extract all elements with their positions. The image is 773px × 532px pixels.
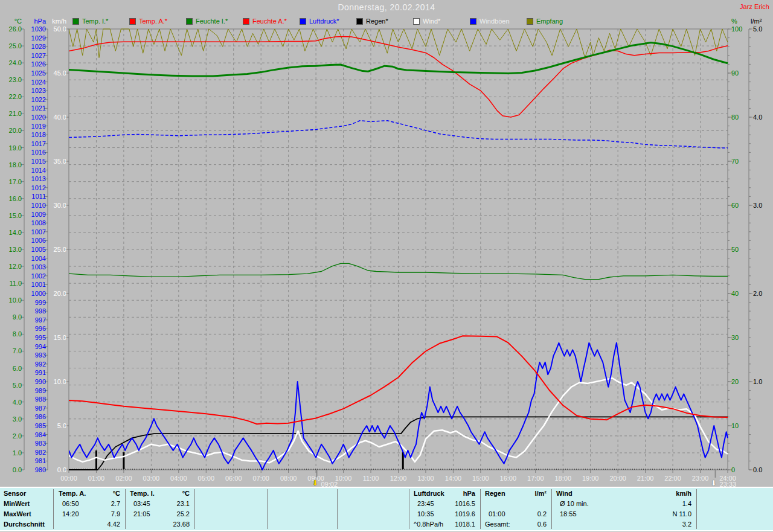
time-tick-label: 19:00	[577, 475, 604, 482]
hpa-tick-label: 1029	[26, 34, 46, 42]
time-tick-label: 12:00	[385, 475, 412, 482]
hpa-tick-label: 994	[26, 343, 46, 350]
kmh-tick-label: 15.0	[45, 334, 66, 341]
rain-bar	[123, 452, 124, 469]
temp-tick-label: 10.0	[1, 296, 22, 304]
legend-item-tempa[interactable]: Temp. A.*	[129, 18, 186, 25]
hpa-tick-label: 985	[26, 422, 46, 429]
hpa-tick-label: 999	[26, 299, 46, 306]
hpa-tick-label: 1007	[26, 228, 46, 236]
time-tick-label: 13:00	[412, 475, 439, 482]
stat-avg-value: 4.42	[59, 519, 120, 530]
table-divider	[194, 489, 195, 529]
hpa-tick-label: 986	[26, 413, 46, 420]
pct-tick-label: 50	[731, 246, 749, 253]
stat-col-unit: °C	[130, 489, 190, 499]
legend-swatch-icon	[300, 18, 306, 25]
table-divider	[696, 489, 697, 529]
stat-col-unit: hPa	[414, 489, 475, 499]
hpa-tick-label: 1010	[26, 202, 46, 209]
hpa-tick-label: 984	[26, 431, 46, 438]
stat-row-label: MinWert	[4, 499, 52, 509]
hpa-tick-label: 983	[26, 440, 46, 447]
pct-tick-label: 70	[731, 158, 749, 165]
table-divider	[267, 489, 268, 529]
hpa-tick-label: 1014	[26, 167, 46, 174]
pct-tick-label: 60	[731, 202, 749, 209]
legend-swatch-icon	[129, 18, 136, 25]
time-tick-label: 04:00	[165, 475, 192, 482]
time-tick-label: 16:00	[495, 475, 521, 482]
hpa-tick-label: 1025	[26, 69, 46, 77]
temp-tick-label: 17.0	[1, 178, 22, 185]
hpa-tick-label: 1024	[26, 79, 46, 86]
stat-avg-value: 1018.1	[414, 519, 475, 530]
weather-app-screen: Donnerstag, 20.02.2014 Jarz Erich 0.01.0…	[0, 0, 773, 532]
rain-bar	[95, 450, 97, 469]
legend-swatch-icon	[186, 18, 193, 25]
kmh-tick-label: 50.0	[45, 25, 66, 33]
temp-tick-label: 26.0	[1, 25, 22, 33]
hpa-tick-label: 1011	[26, 193, 46, 200]
time-tick-label: 05:00	[193, 475, 219, 482]
temp-tick-label: 15.0	[1, 212, 22, 219]
legend-item-tempi[interactable]: Temp. I.*	[72, 18, 129, 25]
hpa-tick-label: 981	[26, 457, 46, 464]
legend-label: Feuchte A.*	[252, 18, 287, 25]
time-tick-label: 02:00	[111, 475, 137, 482]
temp-tick-label: 4.0	[1, 399, 22, 406]
temp-tick-label: 0.0	[1, 466, 22, 473]
stat-col-unit: °C	[59, 489, 120, 499]
legend-item-feuchtei[interactable]: Feuchte I.*	[186, 18, 243, 25]
hpa-tick-label: 1015	[26, 158, 46, 165]
table-divider	[551, 489, 552, 529]
stats-table: SensorMinWertMaxWertDurchschnittTemp. A.…	[0, 487, 773, 531]
legend-item-luftdruck[interactable]: Luftdruck*	[300, 18, 356, 25]
stat-min-value: 1.4	[556, 499, 691, 509]
hpa-tick-label: 992	[26, 361, 46, 368]
pct-tick-label: 100	[731, 25, 749, 33]
stat-min-value: 1016.5	[414, 499, 475, 509]
temp-tick-label: 20.0	[1, 127, 22, 134]
hpa-tick-label: 1027	[26, 52, 46, 59]
kmh-tick-label: 0.0	[45, 466, 66, 473]
hpa-tick-label: 1016	[26, 149, 46, 156]
legend-item-feuchtea[interactable]: Feuchte A.*	[243, 18, 300, 25]
temp-tick-label: 19.0	[1, 144, 22, 152]
temp-tick-label: 25.0	[1, 42, 22, 50]
lm2-tick-label: 3.0	[753, 202, 771, 209]
hpa-tick-label: 1013	[26, 175, 46, 182]
temp-tick-label: 11.0	[1, 280, 22, 287]
stat-avg-value: 0.6	[485, 519, 547, 530]
stat-max-value: 25.2	[130, 509, 190, 519]
kmh-tick-label: 35.0	[45, 158, 66, 165]
temp-tick-label: 14.0	[1, 229, 22, 236]
hpa-tick-label: 1008	[26, 219, 46, 226]
time-tick-label: 23:00	[687, 475, 714, 482]
hpa-tick-label: 1012	[26, 184, 46, 191]
hpa-tick-label: 1006	[26, 237, 46, 244]
table-divider	[53, 489, 54, 529]
weather-chart-plot	[0, 0, 773, 532]
kmh-tick-label: 40.0	[45, 114, 66, 121]
kmh-tick-label: 30.0	[45, 202, 66, 209]
hpa-tick-label: 1023	[26, 87, 46, 94]
legend-item-regen[interactable]: Regen*	[356, 18, 413, 25]
hpa-axis-unit: hPa	[26, 18, 46, 25]
legend-swatch-icon	[243, 18, 249, 25]
legend-label: Windböen	[480, 18, 510, 25]
legend-label: Luftdruck*	[309, 18, 339, 25]
legend-item-windböen[interactable]: Windböen	[470, 18, 527, 25]
legend-item-empfang[interactable]: Empfang	[527, 18, 583, 25]
time-tick-label: 17:00	[522, 475, 549, 482]
temp-tick-label: 3.0	[1, 415, 22, 423]
time-tick-label: 14:00	[440, 475, 466, 482]
hpa-tick-label: 1005	[26, 246, 46, 253]
lm2-tick-label: 4.0	[753, 114, 771, 121]
kmh-tick-label: 45.0	[45, 69, 66, 77]
hpa-tick-label: 982	[26, 449, 46, 456]
temp-tick-label: 23.0	[1, 76, 22, 83]
legend-item-wind[interactable]: Wind*	[413, 18, 470, 25]
lm2-tick-label: 2.0	[753, 290, 771, 297]
time-tick-label: 11:00	[358, 475, 384, 482]
